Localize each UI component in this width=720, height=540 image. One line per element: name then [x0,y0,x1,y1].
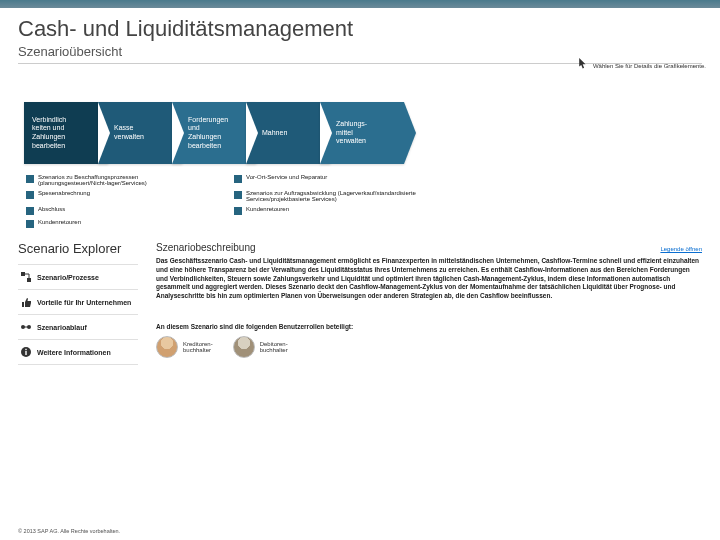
role-ar-accountant[interactable]: Debitoren- buchhalter [233,336,288,358]
scenario-legend: Szenarios zu Beschaffungsprozessen (plan… [26,174,720,228]
legend-item[interactable]: Szenarios zur Auftragsabwicklung (Lagerv… [234,190,474,202]
scenario-explorer: Scenario Explorer Szenario/Prozesse Vort… [18,242,720,365]
nav-label: Vorteile für Ihr Unternehmen [37,299,131,306]
role-label: Debitoren- buchhalter [260,341,288,353]
nav-scenario-processes[interactable]: Szenario/Prozesse [18,264,138,289]
process-chevrons: Verbindlich keiten und Zahlungen bearbei… [24,102,720,164]
swatch-icon [26,191,34,199]
svg-rect-4 [24,327,28,328]
description-heading: Szenariobeschreibung [156,242,256,253]
explorer-nav: Szenario/Prozesse Vorteile für Ihr Unter… [18,264,138,365]
legend-item[interactable]: Spesenabrechnung [26,190,206,202]
description-body: Das Geschäftsszenario Cash- und Liquidit… [156,257,702,301]
avatar [156,336,178,358]
svg-rect-6 [25,351,26,355]
role-label: Kreditoren- buchhalter [183,341,213,353]
role-ap-accountant[interactable]: Kreditoren- buchhalter [156,336,213,358]
swatch-icon [26,220,34,228]
chevron-payment-means[interactable]: Zahlungs- mittel verwalten [320,102,404,164]
open-legend-link[interactable]: Legende öffnen [660,246,702,252]
legend-item[interactable]: Kundenretouren [26,219,206,228]
nav-label: Weitere Informationen [37,349,111,356]
nav-benefits[interactable]: Vorteile für Ihr Unternehmen [18,289,138,314]
detail-hint: Wählen Sie für Details die Grafikelement… [575,56,706,75]
legend-item[interactable]: Szenarios zu Beschaffungsprozessen (plan… [26,174,206,186]
svg-rect-0 [21,272,25,276]
svg-rect-7 [25,349,26,350]
swatch-icon [234,207,242,215]
legend-item[interactable]: Vor-Ort-Service und Reparatur [234,174,414,186]
legend-item[interactable]: Abschluss [26,206,206,215]
pointer-icon [575,56,589,75]
explorer-title: Scenario Explorer [18,242,138,256]
chevron-payables[interactable]: Verbindlich keiten und Zahlungen bearbei… [24,102,108,164]
process-icon [20,321,32,333]
chevron-receivables[interactable]: Forderungen und Zahlungen bearbeiten [172,102,256,164]
info-icon [20,346,32,358]
swatch-icon [26,175,34,183]
swatch-icon [234,191,242,199]
copyright-footer: © 2013 SAP AG. Alle Rechte vorbehalten. [18,528,120,534]
description-panel: Szenariobeschreibung Legende öffnen Das … [156,242,720,365]
window-topbar [0,0,720,8]
nav-flow[interactable]: Szenarioablauf [18,314,138,339]
page-title: Cash- und Liquiditätsmanagement [18,16,702,42]
swatch-icon [234,175,242,183]
thumbs-up-icon [20,296,32,308]
chevron-dunning[interactable]: Mahnen [246,102,330,164]
swatch-icon [26,207,34,215]
nav-more-info[interactable]: Weitere Informationen [18,339,138,365]
nav-label: Szenario/Prozesse [37,274,99,281]
avatar [233,336,255,358]
roles-row: Kreditoren- buchhalter Debitoren- buchha… [156,336,702,358]
svg-rect-1 [27,278,31,282]
nav-label: Szenarioablauf [37,324,87,331]
flow-icon [20,271,32,283]
legend-item[interactable]: Kundenretouren [234,206,414,215]
roles-label: An diesem Szenario sind die folgenden Be… [156,323,702,330]
explorer-sidebar: Scenario Explorer Szenario/Prozesse Vort… [18,242,138,365]
hint-text: Wählen Sie für Details die Grafikelement… [593,63,706,69]
chevron-cash[interactable]: Kasse verwalten [98,102,182,164]
